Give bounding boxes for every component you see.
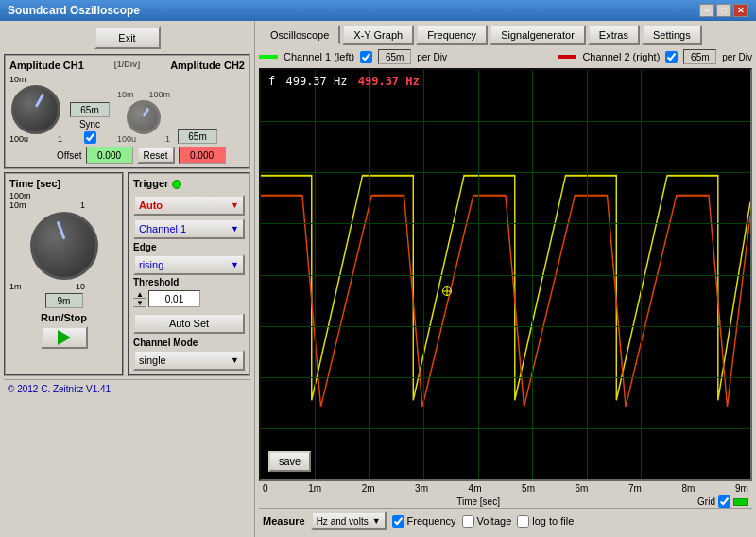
grid-h-7 bbox=[261, 428, 750, 429]
trigger-auto-label: Auto bbox=[139, 199, 163, 211]
grid-v-6 bbox=[587, 70, 588, 479]
bottom-left: Time [sec] 100m 10m 1 1m 10 9m Run/Stop bbox=[4, 172, 250, 376]
ch2-per-div-label: per Div bbox=[722, 52, 752, 62]
freq-display: f 499.37 Hz 499.37 Hz bbox=[268, 75, 420, 88]
trigger-channel-button[interactable]: Channel 1 ▼ bbox=[133, 218, 245, 239]
ch1-value-input[interactable]: 65m bbox=[70, 102, 110, 117]
tab-signal-generator[interactable]: Signalgenerator bbox=[490, 25, 586, 45]
channel-mode-value: single bbox=[139, 355, 166, 366]
ch1-offset-input[interactable]: 0.000 bbox=[86, 147, 133, 164]
tab-xy-graph[interactable]: X-Y Graph bbox=[342, 25, 414, 45]
ch2-value-row: 65m bbox=[178, 129, 217, 144]
edge-button[interactable]: rising ▼ bbox=[133, 254, 245, 275]
grid-v-8 bbox=[696, 70, 696, 479]
channel-mode-arrow: ▼ bbox=[231, 355, 239, 365]
grid-h-1 bbox=[261, 121, 750, 122]
amplitude-title: Amplitude CH1 [1/Div] Amplitude CH2 bbox=[9, 60, 245, 71]
maximize-button[interactable]: □ bbox=[716, 4, 731, 17]
time-knob[interactable] bbox=[30, 212, 98, 280]
log-checkbox[interactable] bbox=[517, 515, 529, 528]
tab-frequency[interactable]: Frequency bbox=[416, 25, 488, 45]
channel-mode-button[interactable]: single ▼ bbox=[133, 350, 245, 371]
frequency-checkbox[interactable] bbox=[392, 515, 404, 528]
run-stop-button[interactable] bbox=[41, 326, 88, 349]
grid-v-4 bbox=[478, 70, 479, 479]
ch1-checkbox[interactable] bbox=[360, 51, 372, 63]
offset-label: Offset bbox=[57, 150, 82, 161]
f-label: f bbox=[268, 75, 275, 88]
minimize-button[interactable]: − bbox=[699, 4, 714, 17]
tab-oscilloscope[interactable]: Oscilloscope bbox=[259, 25, 340, 45]
time-value-row: 9m bbox=[9, 293, 118, 308]
trigger-title: Trigger bbox=[133, 178, 168, 189]
frequency-group: Frequency bbox=[392, 515, 456, 528]
voltage-checkbox[interactable] bbox=[462, 515, 474, 528]
time-9m: 9m bbox=[735, 483, 748, 494]
measure-select-arrow: ▼ bbox=[372, 516, 381, 526]
ch1-bottom-right: 1 bbox=[58, 134, 62, 144]
time-mid-right: 1 bbox=[80, 200, 85, 210]
grid-h-6 bbox=[261, 377, 750, 378]
grid-v-1 bbox=[315, 70, 316, 479]
time-mid-labels: 10m 1 bbox=[9, 200, 85, 210]
threshold-up[interactable]: ▲ bbox=[133, 290, 146, 299]
trigger-auto-button[interactable]: Auto ▼ bbox=[133, 195, 245, 216]
ch2-offset-input[interactable]: 0.000 bbox=[179, 147, 226, 164]
ch2-value-input[interactable]: 65m bbox=[178, 129, 217, 144]
channel-mode-title: Channel Mode bbox=[133, 338, 245, 348]
grid-h-5 bbox=[261, 326, 750, 327]
log-label: log to file bbox=[532, 515, 574, 527]
time-axis: 0 1m 2m 3m 4m 5m 6m 7m 8m 9m bbox=[259, 481, 752, 495]
reset-button[interactable]: Reset bbox=[137, 147, 175, 164]
edge-arrow: ▼ bbox=[231, 260, 239, 269]
threshold-input[interactable]: 0.01 bbox=[148, 290, 200, 307]
ch2-knob-group: 10m 100m 100u 1 bbox=[117, 90, 170, 144]
threshold-down[interactable]: ▼ bbox=[133, 299, 146, 307]
ch2-amplitude-knob[interactable] bbox=[127, 100, 161, 134]
ch1-bottom-left: 100u bbox=[9, 134, 28, 144]
threshold-spinners: ▲ ▼ bbox=[133, 290, 146, 307]
ch2-knob-bottom-labels: 100u 1 bbox=[117, 134, 170, 144]
ch2-bottom-left: 100u bbox=[117, 134, 136, 144]
ch2-checkbox[interactable] bbox=[665, 51, 678, 63]
ch2-label: Channel 2 (right) bbox=[582, 51, 660, 62]
ch2-per-div-input[interactable]: 65m bbox=[683, 49, 716, 64]
time-axis-label: Time [sec] bbox=[259, 496, 697, 507]
auto-set-button[interactable]: Auto Set bbox=[133, 313, 245, 334]
ch1-amplitude-knob[interactable] bbox=[11, 85, 60, 134]
trigger-title-row: Trigger bbox=[133, 178, 245, 191]
status-bar: © 2012 C. Zeitnitz V1.41 bbox=[4, 379, 250, 398]
grid-label: Grid bbox=[697, 496, 715, 507]
amplitude-ch1-label: Amplitude CH1 bbox=[9, 60, 84, 71]
time-2m: 2m bbox=[362, 483, 375, 494]
time-value-input[interactable]: 9m bbox=[45, 293, 83, 308]
time-section: Time [sec] 100m 10m 1 1m 10 9m Run/Stop bbox=[4, 172, 124, 376]
tab-settings[interactable]: Settings bbox=[642, 25, 702, 45]
time-5m: 5m bbox=[522, 483, 535, 494]
ch1-label: Channel 1 (left) bbox=[284, 51, 354, 62]
measure-select[interactable]: Hz and volts ▼ bbox=[311, 511, 387, 530]
sync-checkbox[interactable] bbox=[84, 131, 96, 144]
time-3m: 3m bbox=[415, 483, 428, 494]
tab-extras[interactable]: Extras bbox=[588, 25, 640, 45]
save-button[interactable]: save bbox=[268, 451, 311, 472]
exit-button[interactable]: Exit bbox=[94, 26, 161, 49]
threshold-row: ▲ ▼ 0.01 bbox=[133, 290, 245, 307]
sync-row: 65m bbox=[70, 102, 110, 117]
trigger-channel-label: Channel 1 bbox=[139, 223, 186, 234]
ch2-top-right: 100m bbox=[148, 90, 170, 99]
ch1-knob-group: 10m 100u 1 bbox=[9, 75, 62, 144]
ch1-per-div-input[interactable]: 65m bbox=[378, 49, 411, 64]
left-panel: Exit Amplitude CH1 [1/Div] Amplitude CH2… bbox=[0, 21, 255, 537]
close-button[interactable]: ✕ bbox=[733, 4, 748, 17]
amplitude-section: Amplitude CH1 [1/Div] Amplitude CH2 10m … bbox=[4, 54, 250, 169]
grid-h-3 bbox=[261, 223, 750, 224]
grid-checkbox[interactable] bbox=[718, 495, 730, 508]
grid-v-5 bbox=[532, 70, 533, 479]
knobs-row: 10m 100u 1 65m Sync bbox=[9, 75, 245, 144]
time-6m: 6m bbox=[576, 483, 589, 494]
window-controls: − □ ✕ bbox=[699, 4, 748, 17]
main-container: Exit Amplitude CH1 [1/Div] Amplitude CH2… bbox=[0, 21, 756, 537]
right-panel: Oscilloscope X-Y Graph Frequency Signalg… bbox=[255, 21, 756, 537]
grid-v-2 bbox=[369, 70, 370, 479]
